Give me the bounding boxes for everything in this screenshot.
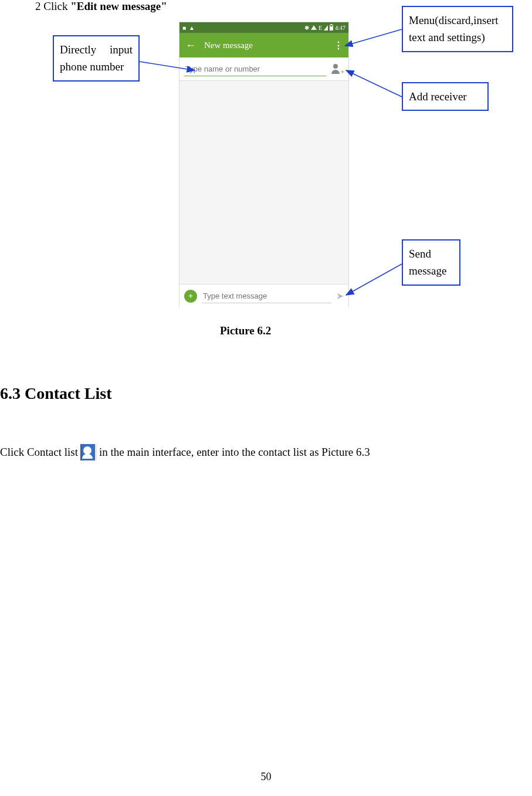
message-input[interactable] [202, 289, 331, 303]
back-icon[interactable]: ← [185, 39, 196, 52]
overflow-menu-icon[interactable]: ⋮ [334, 40, 343, 51]
section-body: Click Contact list in the main interface… [0, 444, 370, 460]
compose-row: + ➤ [179, 284, 348, 307]
status-time: 4:47 [335, 25, 345, 31]
add-contact-icon[interactable]: + [331, 64, 344, 74]
section-heading: 6.3 Contact List [0, 384, 112, 403]
status-right: ✱ E 4:47 [304, 25, 345, 31]
add-attachment-icon[interactable]: + [184, 290, 197, 303]
figure-caption: Picture 6.2 [220, 324, 271, 337]
section-body-before: Click Contact list [0, 446, 78, 459]
step-bold: "Edit new message" [70, 0, 167, 12]
phone-screenshot: ■ ▲ ✱ E 4:47 ← New message ⋮ + + ➤ [179, 22, 349, 307]
status-left: ■ ▲ [182, 25, 195, 31]
battery-icon [330, 25, 333, 31]
network-type: E [318, 25, 322, 31]
recipient-input[interactable] [184, 62, 326, 76]
app-bar: ← New message ⋮ [179, 33, 348, 57]
callout-send: Send message [402, 239, 460, 286]
warning-icon: ▲ [189, 25, 195, 31]
svg-line-2 [346, 70, 402, 97]
callout-input-text: Directly input phone number [60, 43, 133, 73]
callout-input: Directly input phone number [53, 35, 140, 82]
svg-line-0 [345, 29, 402, 46]
svg-line-3 [346, 264, 402, 295]
status-bar: ■ ▲ ✱ E 4:47 [179, 22, 348, 33]
signal-icon [324, 25, 328, 31]
callout-menu-text: Menu(discard,insert text and settings) [409, 14, 498, 43]
send-icon[interactable]: ➤ [336, 290, 344, 302]
recipient-row: + [179, 57, 348, 81]
wifi-icon [311, 25, 317, 30]
app-bar-title: New message [204, 40, 326, 50]
contacts-app-icon [80, 444, 97, 460]
message-body-area [179, 81, 348, 284]
bluetooth-icon: ✱ [304, 25, 309, 31]
callout-add-text: Add receiver [409, 90, 467, 103]
callout-menu: Menu(discard,insert text and settings) [402, 6, 513, 52]
callout-add: Add receiver [402, 82, 489, 111]
callout-send-text: Send message [409, 248, 446, 277]
section-body-after: in the main interface, enter into the co… [99, 446, 370, 459]
page-number: 50 [0, 771, 532, 783]
sim-card-icon: ■ [182, 25, 186, 31]
step-instruction: 2 Click "Edit new message" [35, 0, 167, 13]
step-prefix: 2 Click [35, 0, 70, 12]
